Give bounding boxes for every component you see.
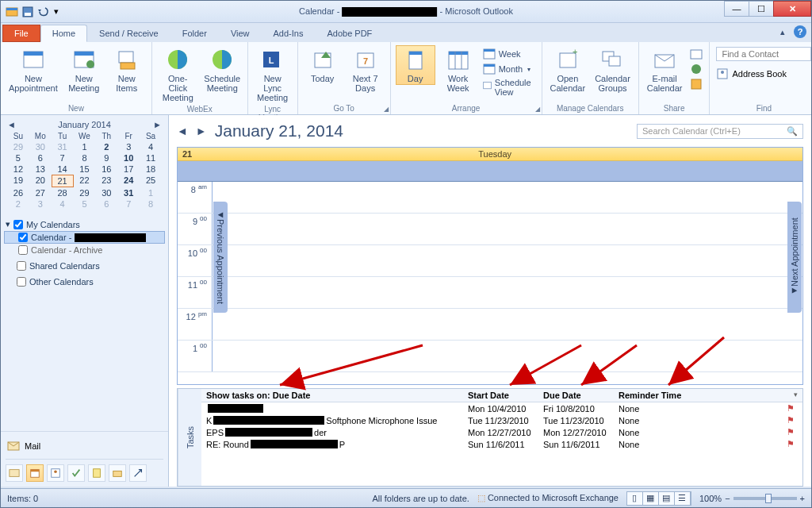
tab-addins[interactable]: Add-Ins: [262, 25, 316, 42]
minical-day[interactable]: 8: [140, 198, 162, 210]
tasks-col-start[interactable]: Start Date: [468, 391, 543, 400]
minical-day[interactable]: 28: [52, 187, 74, 198]
minimize-button[interactable]: —: [724, 1, 749, 17]
tab-file[interactable]: File: [2, 25, 40, 42]
nav-mail-icon[interactable]: [6, 464, 23, 482]
allday-row[interactable]: [178, 161, 802, 182]
tasks-col-due[interactable]: Due Date: [543, 391, 619, 400]
month-view-button[interactable]: Month▾: [481, 62, 537, 76]
shared-calendars-header[interactable]: Shared Calendars: [4, 260, 165, 272]
task-row[interactable]: RE: Round PSun 11/6/2011Sun 11/6/2011Non…: [201, 438, 802, 450]
minical-day[interactable]: 17: [117, 164, 140, 175]
time-grid[interactable]: 8 am9 0010 0011 0012 pm1 00: [178, 182, 802, 384]
minical-next-icon[interactable]: ►: [153, 120, 162, 129]
minical-day[interactable]: 3: [29, 198, 52, 210]
calendar-next-icon[interactable]: ►: [196, 125, 207, 137]
undo-icon[interactable]: [37, 6, 50, 18]
tasks-options-icon[interactable]: ▾: [794, 391, 798, 400]
minical-day[interactable]: 21: [52, 175, 74, 187]
minical-day[interactable]: 10: [117, 152, 140, 164]
minical-day[interactable]: 20: [29, 175, 52, 187]
my-calendars-header[interactable]: ▾My Calendars: [4, 217, 165, 231]
status-view-buttons[interactable]: ▯▦▤☰: [626, 491, 691, 506]
nav-tasks-icon[interactable]: [67, 464, 85, 482]
flag-icon[interactable]: ⚑: [787, 415, 798, 425]
minical-day[interactable]: 4: [140, 141, 162, 152]
minical-day[interactable]: 26: [7, 187, 29, 198]
minical-day[interactable]: 14: [52, 164, 74, 175]
minical-day[interactable]: 30: [29, 141, 52, 152]
calendar-groups-button[interactable]: Calendar Groups: [592, 45, 634, 94]
tab-send-receive[interactable]: Send / Receive: [87, 25, 170, 42]
calendar-item-archive[interactable]: Calendar - Archive: [4, 244, 165, 256]
other-calendars-header[interactable]: Other Calendars: [4, 275, 165, 288]
minical-day[interactable]: 19: [7, 175, 29, 187]
flag-icon[interactable]: ⚑: [787, 427, 798, 437]
minical-day[interactable]: 13: [29, 164, 52, 175]
minical-day[interactable]: 2: [95, 141, 117, 152]
minical-day[interactable]: 4: [52, 198, 74, 210]
tasks-showon[interactable]: Show tasks on: Due Date: [206, 391, 468, 400]
task-row[interactable]: EPSderMon 12/27/2010Mon 12/27/2010None⚑: [201, 426, 802, 438]
minical-day[interactable]: 5: [7, 152, 29, 164]
tab-home[interactable]: Home: [40, 25, 87, 42]
new-meeting-button[interactable]: New Meeting: [64, 45, 104, 94]
day-header[interactable]: 21 Tuesday: [178, 148, 802, 161]
minical-day[interactable]: 2: [7, 198, 29, 210]
goto-dialog-launcher-icon[interactable]: ◢: [384, 106, 389, 113]
my-calendars-checkbox[interactable]: [13, 220, 23, 229]
address-book-button[interactable]: Address Book: [714, 66, 787, 82]
tasks-header-row[interactable]: Show tasks on: Due Date Start Date Due D…: [201, 389, 802, 402]
oneclick-meeting-button[interactable]: One-Click Meeting: [157, 45, 199, 104]
minical-day[interactable]: 22: [74, 175, 96, 187]
new-items-button[interactable]: New Items: [107, 45, 147, 94]
minical-day[interactable]: 30: [95, 187, 117, 198]
flag-icon[interactable]: ⚑: [787, 439, 798, 449]
schedule-view-button[interactable]: Schedule View: [481, 77, 537, 98]
day-view-button[interactable]: Day: [396, 45, 435, 85]
minical-grid[interactable]: SuMoTuWeThFrSa29303112345678910111213141…: [7, 131, 162, 210]
nav-folders-icon[interactable]: [109, 464, 126, 482]
flag-icon[interactable]: ⚑: [787, 403, 798, 414]
new-appointment-button[interactable]: New Appointment: [6, 45, 61, 94]
new-lync-meeting-button[interactable]: LNew Lync Meeting: [253, 45, 293, 104]
minical-day[interactable]: 1: [74, 141, 96, 152]
minical-day[interactable]: 7: [117, 198, 140, 210]
minical-day[interactable]: 5: [74, 198, 96, 210]
search-calendar-input[interactable]: Search Calendar (Ctrl+E) 🔍: [637, 124, 803, 139]
qat-dropdown-icon[interactable]: ▾: [53, 6, 59, 18]
minical-day[interactable]: 6: [95, 198, 117, 210]
minical-day[interactable]: 16: [95, 164, 117, 175]
zoom-slider[interactable]: [733, 497, 797, 500]
minical-day[interactable]: 31: [117, 187, 140, 198]
task-row[interactable]: Mon 10/4/2010Fri 10/8/2010None⚑: [201, 402, 802, 414]
minical-day[interactable]: 8: [74, 152, 96, 164]
minical-day[interactable]: 23: [95, 175, 117, 187]
minical-day[interactable]: 29: [7, 141, 29, 152]
schedule-meeting-button[interactable]: Schedule Meeting: [202, 45, 243, 94]
minical-day[interactable]: 1: [140, 187, 162, 198]
minical-day[interactable]: 15: [74, 164, 96, 175]
ribbon-minimize-icon[interactable]: ▴: [776, 25, 789, 38]
open-calendar-button[interactable]: +Open Calendar: [547, 45, 589, 94]
next7days-button[interactable]: 7Next 7 Days: [346, 45, 385, 94]
close-button[interactable]: ✕: [773, 1, 811, 17]
share-calendar-button[interactable]: [688, 47, 704, 61]
work-week-button[interactable]: Work Week: [439, 45, 478, 94]
next-appointment-button[interactable]: ◄ Next Appointment: [787, 202, 802, 313]
find-contact-input[interactable]: [716, 47, 811, 61]
tab-folder[interactable]: Folder: [170, 25, 219, 42]
minical-day[interactable]: 3: [117, 141, 140, 152]
maximize-button[interactable]: ☐: [749, 1, 774, 17]
task-row[interactable]: K Softphone Microphone IssueTue 11/23/20…: [201, 414, 802, 426]
nav-shortcuts-icon[interactable]: [129, 464, 147, 482]
nav-notes-icon[interactable]: [88, 464, 105, 482]
today-button[interactable]: Today: [303, 45, 343, 85]
minical-day[interactable]: 31: [52, 141, 74, 152]
calendar-item-primary[interactable]: Calendar -: [4, 231, 165, 244]
publish-online-button[interactable]: [688, 62, 704, 76]
week-view-button[interactable]: Week: [481, 47, 537, 61]
tasks-col-reminder[interactable]: Reminder Time: [619, 391, 706, 400]
nav-contacts-icon[interactable]: [47, 464, 64, 482]
minical-day[interactable]: 24: [117, 175, 140, 187]
